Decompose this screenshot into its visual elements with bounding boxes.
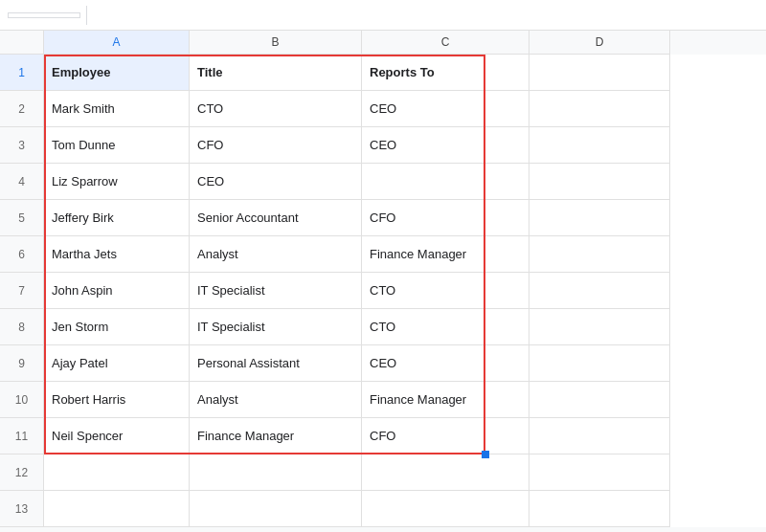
cell-d2[interactable] [529,91,670,127]
table-row: 2Mark SmithCTOCEO [0,91,766,127]
row-number[interactable]: 9 [0,345,44,382]
col-header-a[interactable]: A [44,31,190,55]
table-row: 8Jen StormIT SpecialistCTO [0,309,766,345]
row-number[interactable]: 11 [0,418,44,454]
cell-d9[interactable] [529,345,670,382]
row-number[interactable]: 6 [0,236,44,273]
row-number[interactable]: 5 [0,200,44,236]
cell-b4[interactable]: CEO [190,164,362,200]
row-number[interactable]: 7 [0,273,44,309]
cell-c2[interactable]: CEO [362,91,529,127]
col-header-d[interactable]: D [529,31,670,55]
table-row: 12 [0,454,766,491]
cell-a7[interactable]: John Aspin [44,273,190,309]
cell-c1[interactable]: Reports To [362,55,529,91]
table-row: 5Jeffery BirkSenior AccountantCFO [0,200,766,236]
cell-d1[interactable] [529,55,670,91]
row-number[interactable]: 4 [0,164,44,200]
cell-b6[interactable]: Analyst [190,236,362,273]
table-row: 6Martha JetsAnalystFinance Manager [0,236,766,273]
cell-d6[interactable] [529,236,670,273]
column-headers: A B C D [0,31,766,55]
cell-c7[interactable]: CTO [362,273,529,309]
cell-c8[interactable]: CTO [362,309,529,345]
table-row: 3Tom DunneCFOCEO [0,127,766,164]
table-row: 1EmployeeTitleReports To [0,55,766,91]
cell-c9[interactable]: CEO [362,345,529,382]
cell-c3[interactable]: CEO [362,127,529,164]
cell-b9[interactable]: Personal Assistant [190,345,362,382]
row-number[interactable]: 13 [0,491,44,527]
cell-c4[interactable] [362,164,529,200]
table-row: 4Liz SparrowCEO [0,164,766,200]
cell-b1[interactable]: Title [190,55,362,91]
cell-a12[interactable] [44,454,190,491]
cell-c12[interactable] [362,454,529,491]
formula-bar [0,0,766,31]
row-number[interactable]: 1 [0,55,44,91]
formula-bar-divider [86,6,87,25]
cell-b13[interactable] [190,491,362,527]
cell-b3[interactable]: CFO [190,127,362,164]
cell-a11[interactable]: Neil Spencer [44,418,190,454]
cell-c6[interactable]: Finance Manager [362,236,529,273]
col-header-b[interactable]: B [190,31,362,55]
cell-b5[interactable]: Senior Accountant [190,200,362,236]
cell-d8[interactable] [529,309,670,345]
spreadsheet: A B C D 1EmployeeTitleReports To2Mark Sm… [0,31,766,527]
rows-container: 1EmployeeTitleReports To2Mark SmithCTOCE… [0,55,766,527]
row-number[interactable]: 2 [0,91,44,127]
cell-d7[interactable] [529,273,670,309]
cell-d13[interactable] [529,491,670,527]
cell-a5[interactable]: Jeffery Birk [44,200,190,236]
cell-a1[interactable]: Employee [44,55,190,91]
spreadsheet-wrapper: A B C D 1EmployeeTitleReports To2Mark Sm… [0,31,766,527]
cell-b2[interactable]: CTO [190,91,362,127]
table-row: 9Ajay PatelPersonal AssistantCEO [0,345,766,382]
row-number[interactable]: 8 [0,309,44,345]
cell-a10[interactable]: Robert Harris [44,382,190,418]
cell-d4[interactable] [529,164,670,200]
row-number[interactable]: 10 [0,382,44,418]
table-row: 11Neil SpencerFinance ManagerCFO [0,418,766,454]
col-header-c[interactable]: C [362,31,529,55]
table-row: 10Robert HarrisAnalystFinance Manager [0,382,766,418]
cell-b12[interactable] [190,454,362,491]
cell-c5[interactable]: CFO [362,200,529,236]
cell-c10[interactable]: Finance Manager [362,382,529,418]
cell-d5[interactable] [529,200,670,236]
row-number[interactable]: 12 [0,454,44,491]
cell-a6[interactable]: Martha Jets [44,236,190,273]
cell-reference-box[interactable] [8,12,80,18]
table-row: 13 [0,491,766,527]
cell-d11[interactable] [529,418,670,454]
cell-c11[interactable]: CFO [362,418,529,454]
cell-b8[interactable]: IT Specialist [190,309,362,345]
fill-handle[interactable] [482,451,489,458]
cell-a13[interactable] [44,491,190,527]
cell-a9[interactable]: Ajay Patel [44,345,190,382]
cell-a2[interactable]: Mark Smith [44,91,190,127]
row-num-header [0,31,44,55]
cell-a8[interactable]: Jen Storm [44,309,190,345]
cell-b7[interactable]: IT Specialist [190,273,362,309]
cell-b10[interactable]: Analyst [190,382,362,418]
cell-b11[interactable]: Finance Manager [190,418,362,454]
cell-a3[interactable]: Tom Dunne [44,127,190,164]
cell-d10[interactable] [529,382,670,418]
cell-a4[interactable]: Liz Sparrow [44,164,190,200]
cell-d12[interactable] [529,454,670,491]
row-number[interactable]: 3 [0,127,44,164]
cell-c13[interactable] [362,491,529,527]
cell-d3[interactable] [529,127,670,164]
table-row: 7John AspinIT SpecialistCTO [0,273,766,309]
